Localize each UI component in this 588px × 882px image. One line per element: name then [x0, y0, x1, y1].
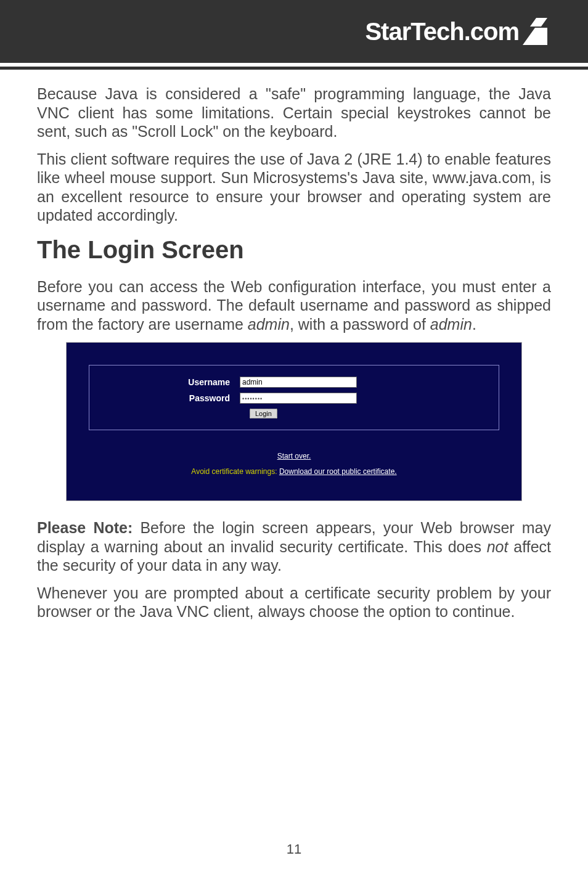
login-form-box: Username Password •••••••• Login: [89, 365, 499, 430]
text-span: , with a password of: [290, 316, 430, 333]
certificate-row: Avoid certificate warnings: Download our…: [89, 467, 499, 476]
cert-warning-text: Avoid certificate warnings:: [191, 467, 279, 476]
brand-text: StarTech.com: [365, 18, 519, 46]
paragraph-java-req: This client software requires the use of…: [37, 150, 551, 225]
paragraph-login-intro: Before you can access the Web configurat…: [37, 277, 551, 334]
below-login-box: Start over. Avoid certificate warnings: …: [89, 450, 499, 476]
paragraph-please-note: Please Note: Before the login screen app…: [37, 518, 551, 575]
username-label: Username: [104, 377, 240, 387]
cert-download-link[interactable]: Download our root public certificate.: [279, 467, 397, 476]
header-bar: StarTech.com: [0, 0, 588, 63]
brand-logo: StarTech.com: [365, 18, 551, 46]
password-input[interactable]: ••••••••: [240, 393, 357, 404]
text-admin-pass: admin: [430, 316, 472, 333]
brand-mark-icon: [523, 18, 551, 45]
paragraph-whenever: Whenever you are prompted about a certif…: [37, 584, 551, 621]
login-screenshot: Username Password •••••••• Login Start o…: [66, 342, 522, 501]
text-not: not: [487, 538, 508, 555]
username-input[interactable]: [240, 377, 357, 388]
login-button[interactable]: Login: [250, 409, 277, 419]
password-row: Password ••••••••: [104, 393, 484, 404]
paragraph-java-safe: Because Java is considered a "safe" prog…: [37, 84, 551, 141]
page-content: Because Java is considered a "safe" prog…: [0, 70, 588, 621]
password-label: Password: [104, 393, 240, 403]
heading-login-screen: The Login Screen: [37, 236, 551, 264]
login-button-row: Login: [104, 409, 484, 419]
start-over-link[interactable]: Start over.: [277, 452, 311, 460]
text-span: .: [472, 316, 476, 333]
username-row: Username: [104, 377, 484, 388]
page-number: 11: [0, 841, 588, 857]
please-note-lead: Please Note:: [37, 519, 133, 536]
text-admin-user: admin: [248, 316, 290, 333]
